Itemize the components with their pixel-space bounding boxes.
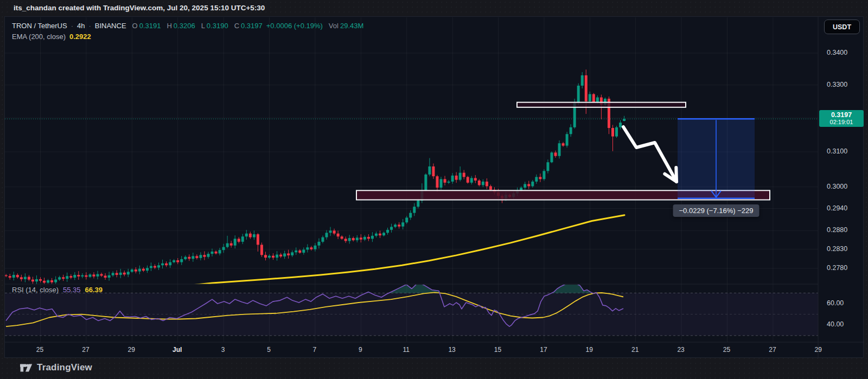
last-price-badge: 0.3197 02:19:01 — [819, 110, 864, 127]
open-label: O — [132, 22, 138, 30]
ema-indicator-value: 0.2922 — [69, 33, 91, 41]
time-axis-label: 5 — [257, 346, 281, 354]
close-label: C — [234, 22, 239, 30]
rsi-ma-value: 66.39 — [85, 286, 103, 294]
time-axis-label: 13 — [440, 346, 464, 354]
price-axis-label: 0.2780 — [827, 264, 847, 272]
time-axis-label: 15 — [486, 346, 510, 354]
rsi-pane — [5, 282, 820, 336]
symbol-legend[interactable]: TRON / TetherUS · 4h · BINANCE O 0.3191 … — [12, 22, 363, 30]
attribution-text: its_chandan created with TradingView.com… — [14, 4, 265, 12]
interval-label[interactable]: 4h — [77, 22, 85, 30]
bar-countdown: 02:19:01 — [819, 119, 864, 125]
rsi-value: 55.35 — [63, 286, 81, 294]
indicator-legend[interactable]: EMA (200, close) 0.2922 — [12, 33, 91, 41]
high-label: H — [167, 22, 171, 30]
time-axis-label: 21 — [623, 346, 647, 354]
time-axis-label: 9 — [348, 346, 372, 354]
time-axis-label: 23 — [669, 346, 693, 354]
price-axis-label: 0.3400 — [827, 48, 847, 57]
exchange-label: BINANCE — [95, 22, 126, 30]
low-label: L — [201, 22, 205, 30]
legend-separator: · — [71, 22, 73, 30]
measurement-tool[interactable] — [678, 119, 755, 198]
time-axis-label: 17 — [532, 346, 556, 354]
time-axis-label: 27 — [761, 346, 784, 354]
price-axis-label: 0.2830 — [827, 245, 847, 253]
change-value: +0.0006 (+0.19%) — [266, 22, 323, 30]
rsi-indicator-legend[interactable]: RSI (14, close) 55.35 66.39 — [12, 286, 103, 294]
time-axis-label: 25 — [715, 346, 739, 354]
time-axis-label: 27 — [74, 346, 98, 354]
high-value: 0.3206 — [174, 22, 195, 30]
tradingview-wordmark[interactable]: TradingView — [37, 362, 92, 373]
currency-toggle-button[interactable]: USDT — [824, 20, 860, 34]
legend-separator: · — [88, 22, 91, 30]
price-zone[interactable] — [517, 102, 686, 107]
measurement-tooltip: −0.0229 (−7.16%) −229 — [673, 204, 760, 217]
time-axis-label: 19 — [577, 346, 601, 354]
time-axis-label: Jul — [165, 346, 189, 354]
low-value: 0.3190 — [207, 22, 228, 30]
tradingview-logo-icon[interactable] — [20, 363, 33, 373]
chart-canvas[interactable] — [5, 17, 864, 358]
price-axis-label: 0.3000 — [827, 182, 847, 191]
close-value: 0.3197 — [241, 22, 263, 30]
time-axis-label: 11 — [394, 346, 418, 354]
time-axis-label: 29 — [806, 346, 830, 354]
volume-value: 29.43M — [340, 22, 363, 30]
chart-window[interactable] — [4, 16, 864, 358]
symbol-title[interactable]: TRON / TetherUS — [12, 22, 67, 30]
footer: TradingView — [20, 362, 92, 373]
trend-arrow[interactable] — [623, 127, 676, 182]
open-value: 0.3191 — [139, 22, 161, 30]
tradingview-screenshot: its_chandan created with TradingView.com… — [0, 0, 868, 379]
time-axis-label: 7 — [303, 346, 327, 354]
time-axis-label: 25 — [28, 346, 52, 354]
price-axis-label: 0.2880 — [827, 226, 847, 234]
last-price-value: 0.3197 — [819, 111, 864, 119]
rsi-axis-label: 60.00 — [827, 299, 844, 307]
ema-indicator-label[interactable]: EMA (200, close) — [12, 33, 66, 41]
price-axis-label: 0.3100 — [827, 147, 847, 156]
time-axis-label: 29 — [119, 346, 143, 354]
time-axis-label: 3 — [211, 346, 235, 354]
rsi-axis-label: 40.00 — [827, 320, 844, 329]
rsi-indicator-label[interactable]: RSI (14, close) — [12, 286, 59, 294]
price-axis-label: 0.2940 — [827, 204, 847, 213]
price-axis-label: 0.3300 — [827, 80, 847, 89]
volume-label: Vol — [329, 22, 339, 30]
